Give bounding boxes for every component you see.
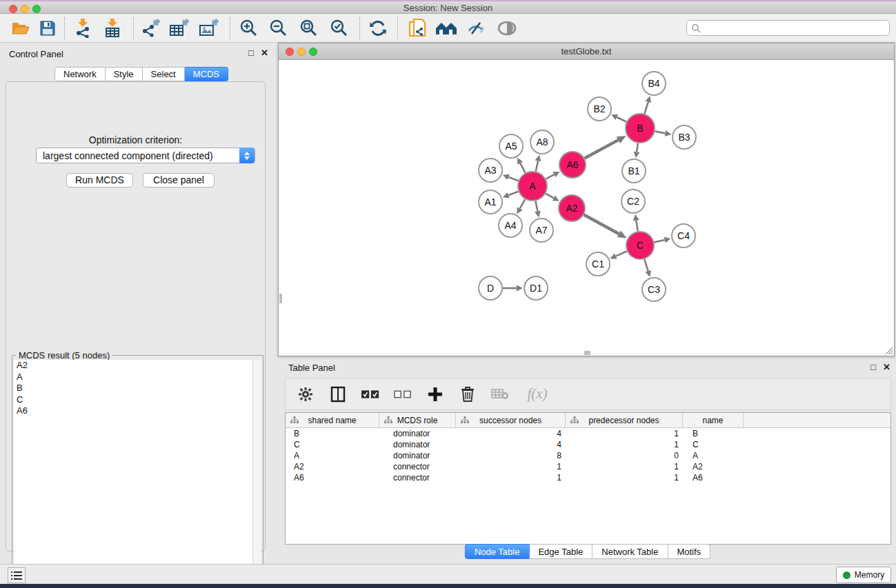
add-column-icon[interactable]	[426, 385, 444, 403]
table-cell[interactable]: A6	[286, 472, 379, 483]
zoom-out-icon[interactable]	[267, 18, 290, 39]
table-cell[interactable]: 1	[566, 461, 683, 472]
hide-graphics-details-icon[interactable]	[464, 18, 488, 39]
tab-motifs[interactable]: Motifs	[668, 544, 710, 559]
memory-button[interactable]: Memory	[836, 567, 891, 583]
split-columns-icon[interactable]	[329, 385, 347, 403]
table-cell[interactable]: 0	[566, 450, 683, 461]
tab-mcds[interactable]: MCDS	[185, 67, 228, 81]
tab-style[interactable]: Style	[106, 67, 143, 81]
table-cell[interactable]: 4	[456, 428, 566, 439]
edge-C-C3[interactable]	[644, 259, 648, 271]
table-cell[interactable]: A6	[683, 472, 744, 483]
criterion-dropdown[interactable]: largest connected component (directed)	[36, 148, 255, 163]
table-cell[interactable]: C	[683, 439, 744, 450]
import-table-icon[interactable]	[101, 18, 124, 39]
tab-select[interactable]: Select	[143, 67, 185, 81]
export-image-icon[interactable]	[197, 18, 221, 39]
resize-grip-icon[interactable]	[884, 345, 893, 355]
table-cell[interactable]: A2	[286, 461, 379, 472]
edge-B-B3[interactable]	[655, 131, 666, 133]
table-cell[interactable]: C	[286, 439, 379, 450]
edge-A-A1[interactable]	[508, 192, 518, 195]
edge-C-C4[interactable]	[654, 240, 664, 242]
table-float-panel-icon[interactable]: □	[870, 362, 876, 372]
edge-A-A7[interactable]	[535, 201, 537, 212]
network-window-titlebar[interactable]: testGlobe.txt	[279, 43, 894, 60]
mcds-result-item[interactable]: A	[14, 372, 261, 383]
table-close-panel-icon[interactable]: ✕	[883, 362, 890, 372]
table-cell[interactable]: connector	[379, 461, 456, 472]
column-header-successor-nodes[interactable]: successor nodes	[456, 413, 566, 427]
edge-A-A2[interactable]	[546, 194, 554, 199]
edge-B-B1[interactable]	[637, 143, 638, 152]
table-cell[interactable]: 8	[456, 450, 566, 461]
edge-B-B2[interactable]	[617, 117, 626, 122]
column-header-mcds-role[interactable]: MCDS role	[379, 413, 456, 427]
edge-A-A4[interactable]	[520, 199, 526, 208]
table-cell[interactable]: 1	[566, 428, 683, 439]
clone-network-icon[interactable]	[406, 18, 429, 39]
table-row[interactable]: Adominator80A	[286, 450, 890, 461]
vertical-scrollbar-thumb[interactable]	[279, 294, 282, 303]
table-row[interactable]: Bdominator41B	[286, 428, 890, 439]
zoom-selected-icon[interactable]	[328, 18, 351, 39]
tab-network[interactable]: Network	[54, 67, 106, 81]
table-row[interactable]: A6connector11A6	[286, 472, 890, 483]
mcds-result-item[interactable]: A2	[14, 360, 261, 372]
table-cell[interactable]: 1	[456, 461, 566, 472]
table-row[interactable]: A2connector11A2	[286, 461, 890, 472]
search-field[interactable]	[686, 20, 890, 36]
edge-B-B4[interactable]	[644, 102, 648, 114]
table-settings-icon[interactable]	[297, 385, 315, 403]
table-cell[interactable]: dominator	[379, 428, 456, 439]
mcds-result-list[interactable]: A2ABCA6	[14, 360, 261, 585]
tab-node-table[interactable]: Node Table	[465, 544, 530, 559]
table-cell[interactable]: A2	[683, 461, 744, 472]
edge-A-A3[interactable]	[508, 177, 518, 181]
edge-A-A8[interactable]	[536, 161, 538, 171]
open-session-icon[interactable]	[9, 18, 32, 39]
import-network-icon[interactable]	[71, 18, 94, 39]
tab-edge-table[interactable]: Edge Table	[529, 544, 593, 559]
export-network-icon[interactable]	[139, 18, 162, 39]
select-all-columns-icon[interactable]	[361, 385, 379, 403]
tab-network-table[interactable]: Network Table	[593, 544, 668, 559]
table-cell[interactable]: 1	[456, 472, 566, 483]
edge-A-A6[interactable]	[546, 174, 554, 179]
close-panel-button[interactable]: Close panel	[143, 173, 215, 187]
zoom-in-icon[interactable]	[237, 18, 261, 39]
table-cell[interactable]: 4	[456, 439, 566, 450]
table-cell[interactable]: B	[286, 428, 379, 439]
edge-A2-C[interactable]	[584, 215, 619, 234]
export-table-icon[interactable]	[168, 18, 191, 39]
birds-eye-icon[interactable]	[495, 18, 519, 39]
edge-A-A5[interactable]	[520, 163, 525, 173]
table-cell[interactable]: A	[683, 450, 744, 461]
refresh-icon[interactable]	[366, 18, 390, 39]
unselect-all-columns-icon[interactable]	[394, 385, 412, 403]
table-cell[interactable]: A	[286, 450, 379, 461]
task-history-button[interactable]	[8, 567, 26, 583]
table-row[interactable]: Cdominator41C	[286, 439, 890, 450]
close-panel-icon[interactable]: ✕	[261, 48, 268, 58]
edge-C-C2[interactable]	[636, 221, 637, 232]
table-cell[interactable]: 1	[566, 439, 683, 450]
run-mcds-button[interactable]: Run MCDS	[66, 173, 133, 187]
table-cell[interactable]: dominator	[379, 439, 456, 450]
column-header-name[interactable]: name	[683, 413, 744, 427]
mcds-result-item[interactable]: C	[14, 394, 261, 406]
mcds-list-scrollbar[interactable]	[252, 360, 261, 585]
save-session-icon[interactable]	[36, 18, 59, 39]
column-header-predecessor-nodes[interactable]: predecessor nodes	[566, 413, 683, 427]
search-input[interactable]	[701, 23, 889, 33]
table-cell[interactable]: B	[683, 428, 744, 439]
zoom-fit-icon[interactable]	[297, 18, 321, 39]
mcds-result-item[interactable]: B	[14, 383, 261, 394]
mcds-result-item[interactable]: A6	[14, 405, 261, 417]
network-canvas[interactable]: B4B2BB3A8A5A6B1A3AC2A1A2A4A7C4CC1C3DD1	[279, 61, 893, 355]
float-panel-icon[interactable]: □	[248, 48, 254, 58]
horizontal-scrollbar-thumb[interactable]	[584, 351, 590, 355]
edge-C-C1[interactable]	[616, 251, 627, 256]
edge-A6-B[interactable]	[585, 140, 619, 158]
